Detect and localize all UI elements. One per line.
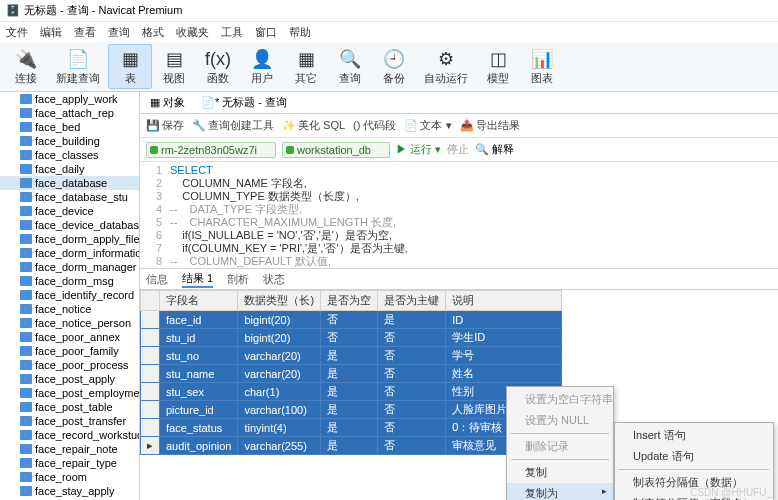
- run-button[interactable]: ▶ 运行 ▾: [396, 142, 441, 157]
- col-header[interactable]: 说明: [446, 291, 562, 311]
- toolbar-函数[interactable]: f(x)函数: [196, 45, 240, 88]
- col-header[interactable]: 数据类型（长): [238, 291, 321, 311]
- table-face_daily[interactable]: face_daily: [0, 162, 139, 176]
- text-button[interactable]: 📄 文本 ▾: [404, 118, 451, 133]
- table-row[interactable]: picture_idvarchar(100)是否人脸库图片ID: [141, 401, 562, 419]
- table-face_post_apply[interactable]: face_post_apply: [0, 372, 139, 386]
- col-header[interactable]: 字段名: [160, 291, 238, 311]
- table-face_apply_work[interactable]: face_apply_work: [0, 92, 139, 106]
- table-row[interactable]: face_idbigint(20)否是ID: [141, 311, 562, 329]
- save-button[interactable]: 💾 保存: [146, 118, 184, 133]
- table-face_post_transfer[interactable]: face_post_transfer: [0, 414, 139, 428]
- menu-query[interactable]: 查询: [108, 25, 130, 40]
- table-face_dorm_information[interactable]: face_dorm_information: [0, 246, 139, 260]
- table-face_poor_annex[interactable]: face_poor_annex: [0, 330, 139, 344]
- toolbar-模型[interactable]: ◫模型: [476, 45, 520, 88]
- beautify-button[interactable]: ✨ 美化 SQL: [282, 118, 345, 133]
- watermark: CSDN @HHUFU_: [690, 487, 772, 498]
- context-menu[interactable]: 设置为空白字符串 设置为 NULL 删除记录 复制 复制为 粘贴 显示: [506, 386, 614, 500]
- menu-window[interactable]: 窗口: [255, 25, 277, 40]
- menu-tools[interactable]: 工具: [221, 25, 243, 40]
- table-face_notice[interactable]: face_notice: [0, 302, 139, 316]
- menu-help[interactable]: 帮助: [289, 25, 311, 40]
- mi-update-stmt[interactable]: Update 语句: [615, 446, 773, 467]
- snippet-button[interactable]: () 代码段: [353, 118, 396, 133]
- table-face_bed[interactable]: face_bed: [0, 120, 139, 134]
- toolbar-自动运行[interactable]: ⚙自动运行: [416, 45, 476, 88]
- table-row[interactable]: face_statustinyint(4)是否0：待审核 1：已通过: [141, 419, 562, 437]
- table-face_attach_rep[interactable]: face_attach_rep: [0, 106, 139, 120]
- table-face_database[interactable]: face_database: [0, 176, 139, 190]
- table-face_stay_apply[interactable]: face_stay_apply: [0, 484, 139, 498]
- table-face_record_workstudy[interactable]: face_record_workstudy: [0, 428, 139, 442]
- table-icon: [20, 234, 32, 244]
- table-face_classes[interactable]: face_classes: [0, 148, 139, 162]
- table-face_repair_note[interactable]: face_repair_note: [0, 442, 139, 456]
- col-header[interactable]: 是否为主键: [378, 291, 446, 311]
- tab-result[interactable]: 结果 1: [182, 271, 213, 288]
- table-face_post_table[interactable]: face_post_table: [0, 400, 139, 414]
- table-face_device_database[interactable]: face_device_database: [0, 218, 139, 232]
- tab-profile[interactable]: 剖析: [227, 272, 249, 287]
- tab-status[interactable]: 状态: [263, 272, 285, 287]
- table-face_dorm_msg[interactable]: face_dorm_msg: [0, 274, 139, 288]
- col-header[interactable]: 是否为空: [321, 291, 378, 311]
- table-face_notice_person[interactable]: face_notice_person: [0, 316, 139, 330]
- toolbar-图表[interactable]: 📊图表: [520, 45, 564, 88]
- table-face_room[interactable]: face_room: [0, 470, 139, 484]
- toolbar-新建查询[interactable]: 📄新建查询: [48, 45, 108, 88]
- explain-button[interactable]: 🔍 解释: [475, 142, 514, 157]
- table-face_device[interactable]: face_device: [0, 204, 139, 218]
- table-icon: [20, 192, 32, 202]
- stop-button[interactable]: 停止: [447, 142, 469, 157]
- table-face_post_employment[interactable]: face_post_employment: [0, 386, 139, 400]
- table-face_identify_record[interactable]: face_identify_record: [0, 288, 139, 302]
- menu-file[interactable]: 文件: [6, 25, 28, 40]
- mi-delete-record[interactable]: 删除记录: [507, 436, 613, 457]
- table-row[interactable]: stu_novarchar(20)是否学号: [141, 347, 562, 365]
- toolbar-备份[interactable]: 🕘备份: [372, 45, 416, 88]
- menu-view[interactable]: 查看: [74, 25, 96, 40]
- table-row[interactable]: stu_idbigint(20)否否学生ID: [141, 329, 562, 347]
- tab-info[interactable]: 信息: [146, 272, 168, 287]
- table-icon: [20, 248, 32, 258]
- table-row[interactable]: stu_sexchar(1)是否性别: [141, 383, 562, 401]
- table-face_database_stu[interactable]: face_database_stu: [0, 190, 139, 204]
- table-face_poor_process[interactable]: face_poor_process: [0, 358, 139, 372]
- mi-set-null[interactable]: 设置为 NULL: [507, 410, 613, 431]
- mi-set-blank[interactable]: 设置为空白字符串: [507, 389, 613, 410]
- toolbar-视图[interactable]: ▤视图: [152, 45, 196, 88]
- table-face_dorm_apply_file[interactable]: face_dorm_apply_file: [0, 232, 139, 246]
- toolbar-其它[interactable]: ▦其它: [284, 45, 328, 88]
- table-face_dorm_manager[interactable]: face_dorm_manager: [0, 260, 139, 274]
- toolbar: 🔌连接📄新建查询▦表▤视图f(x)函数👤用户▦其它🔍查询🕘备份⚙自动运行◫模型📊…: [0, 42, 778, 92]
- menu-favorites[interactable]: 收藏夹: [176, 25, 209, 40]
- table-icon: [20, 220, 32, 230]
- sidebar-tables[interactable]: face_apply_workface_attach_repface_bedfa…: [0, 92, 140, 500]
- mi-copy[interactable]: 复制: [507, 462, 613, 483]
- menu-edit[interactable]: 编辑: [40, 25, 62, 40]
- query-builder-button[interactable]: 🔧 查询创建工具: [192, 118, 274, 133]
- toolbar-表[interactable]: ▦表: [108, 44, 152, 89]
- menu-format[interactable]: 格式: [142, 25, 164, 40]
- table-row[interactable]: stu_namevarchar(20)是否姓名: [141, 365, 562, 383]
- table-icon: [20, 94, 32, 104]
- table-icon: [20, 136, 32, 146]
- mi-insert-stmt[interactable]: Insert 语句: [615, 425, 773, 446]
- table-face_building[interactable]: face_building: [0, 134, 139, 148]
- toolbar-查询[interactable]: 🔍查询: [328, 45, 372, 88]
- server-combo[interactable]: rm-2zetn83n05wz7i: [146, 142, 276, 158]
- tab-query[interactable]: 📄*无标题 - 查询: [197, 93, 291, 112]
- export-button[interactable]: 📤 导出结果: [460, 118, 520, 133]
- table-face_repair_type[interactable]: face_repair_type: [0, 456, 139, 470]
- toolbar-用户[interactable]: 👤用户: [240, 45, 284, 88]
- db-combo[interactable]: workstation_db: [282, 142, 390, 158]
- toolbar-连接[interactable]: 🔌连接: [4, 45, 48, 88]
- mi-copy-as[interactable]: 复制为: [507, 483, 613, 500]
- sql-editor[interactable]: 123456789 SELECT COLUMN_NAME 字段名, COLUMN…: [140, 162, 778, 268]
- code-area[interactable]: SELECT COLUMN_NAME 字段名, COLUMN_TYPE 数据类型…: [166, 162, 408, 268]
- 图表-icon: 📊: [530, 47, 554, 71]
- tab-objects[interactable]: ▦对象: [146, 93, 189, 112]
- table-face_poor_family[interactable]: face_poor_family: [0, 344, 139, 358]
- table-row[interactable]: ▸audit_opinionvarchar(255)是否审核意见: [141, 437, 562, 455]
